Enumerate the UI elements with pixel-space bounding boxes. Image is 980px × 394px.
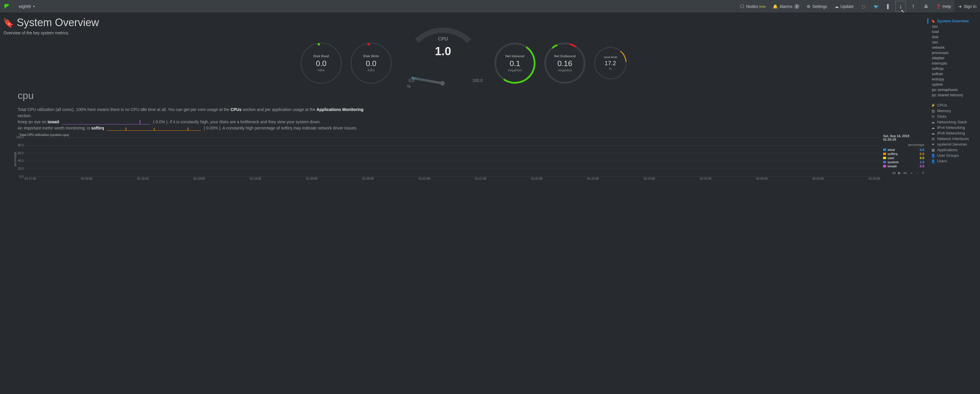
sidebar-sub-network[interactable]: network (931, 45, 977, 50)
sidebar-item-applications[interactable]: ▦Applications (931, 147, 977, 153)
chart-xtick: 01:20:30 (362, 177, 374, 181)
sidebar-item-ipv6-networking[interactable]: ☁IPv6 Networking (931, 130, 977, 136)
sidebar-sub-ram[interactable]: ram (931, 40, 977, 45)
hostname-dropdown[interactable]: eight9 ▾ (14, 4, 39, 9)
sidebar-item-label: systemd Services (937, 142, 967, 146)
sidebar-item-network-interfaces[interactable]: 𝍐Network Interfaces (931, 136, 977, 141)
user-icon: 👤 (931, 159, 935, 163)
legend-row-steal[interactable]: steal0.0 (883, 148, 924, 152)
nav-print[interactable]: 🖶 (920, 0, 932, 13)
gauge-used-ram[interactable]: Used RAM 17.2 % (594, 47, 627, 79)
chart-zoom-in-icon[interactable]: ＋ (910, 171, 913, 176)
nav-facebook[interactable]: ▌ (883, 0, 894, 13)
sidebar-item-system-overview[interactable]: 🔖 System Overview (928, 18, 977, 24)
desc-softirq-value: 0.00% (206, 126, 218, 130)
chart-xtick: 01:25:00 (869, 177, 880, 181)
nav-settings[interactable]: ⚙ Settings (803, 0, 831, 13)
chart-xtick: 01:17:30 (25, 177, 36, 181)
legend-row-system[interactable]: system1.0 (883, 160, 924, 164)
sidebar-item-cpus[interactable]: ⚡CPUs (931, 102, 977, 108)
gauge-dot (318, 43, 320, 46)
nav-upload[interactable]: ⭱ (907, 0, 920, 13)
sidebar-sub-ipc-semaphores[interactable]: ipc semaphores (931, 87, 977, 92)
desc-text: An important metric worth monitoring, is (18, 126, 91, 130)
chart-xtick: 01:21:00 (418, 177, 430, 181)
main-content: 🔖 System Overview Overview of the key sy… (0, 13, 927, 394)
sidebar-item-label: Disks (937, 114, 947, 119)
sidebar-item-ipv4-networking[interactable]: ☁IPv4 Networking (931, 125, 977, 130)
sidebar-item-users[interactable]: 👤Users (931, 158, 977, 164)
chart-zoom-out-icon[interactable]: － (916, 171, 920, 176)
sidebar-item-label: Applications (937, 148, 958, 152)
nav-github[interactable]: ◌ (857, 0, 869, 13)
legend-series-value: 1.0 (920, 160, 924, 164)
sidebar-item-systemd-services[interactable]: ♥systemd Services (931, 141, 977, 147)
nav-twitter[interactable]: 🐦 (869, 0, 883, 13)
th-icon: ▦ (931, 148, 935, 152)
chart-forward-icon[interactable]: ⏭ (904, 171, 907, 176)
chart-xtick: 01:23:30 (700, 177, 711, 181)
chart-xtick: 01:18:30 (137, 177, 148, 181)
chart-xtick: 01:24:00 (756, 177, 768, 181)
sidebar-sub-cpu[interactable]: cpu (931, 24, 977, 29)
sidebar-sub-uptime[interactable]: uptime (931, 82, 977, 87)
logo[interactable] (0, 0, 14, 13)
sidebar-sub-entropy[interactable]: entropy (931, 76, 977, 82)
legend-series-value: 0.0 (920, 156, 924, 160)
nav-help[interactable]: ❓ Help (932, 0, 955, 13)
gear-icon: ⚙ (807, 4, 811, 9)
cpu-scale-min: 0.0 (409, 78, 414, 83)
sidebar-sub-interrupts[interactable]: interrupts (931, 61, 977, 66)
sidebar-sub-softirqs[interactable]: softirqs (931, 66, 977, 71)
gauge-disk-write[interactable]: Disk Write 0.0 KiB/s (350, 43, 391, 84)
gauge-disk-read[interactable]: Disk Read 0.0 KiB/s (301, 43, 342, 84)
sidebar-item-label: System Overview (937, 19, 969, 23)
chart-rewind-icon[interactable]: ⏮ (892, 171, 896, 176)
nav-alarms-label: Alarms (780, 4, 792, 9)
sidebar-sub-load[interactable]: load (931, 29, 977, 34)
chart-play-icon[interactable]: ▶ (898, 171, 901, 176)
monitor-icon: 🖵 (740, 4, 744, 9)
user-icon: 👤 (931, 154, 935, 158)
sidebar-item-memory[interactable]: ▤Memory (931, 108, 977, 114)
sidebar-sub-processes[interactable]: processes (931, 50, 977, 56)
gauge-dot (368, 43, 370, 46)
legend-swatch (883, 153, 886, 155)
legend-header: percentage (883, 143, 924, 146)
legend-row-user[interactable]: user0.0 (883, 156, 924, 160)
chart-ytick: 100.0 (15, 136, 24, 139)
desc-text: Total CPU utilization (all cores). 100% … (18, 107, 231, 112)
gauge-net-outbound[interactable]: Net Outbound 0.16 megabits/s (544, 43, 585, 84)
nav-signin[interactable]: ➜ Sign In (955, 0, 980, 13)
sidebar-item-user-groups[interactable]: 👤User Groups (931, 153, 977, 158)
sidebar-sub-disk[interactable]: disk (931, 34, 977, 40)
chart-xtick: 01:22:30 (587, 177, 599, 181)
link-cpus[interactable]: CPUs (231, 107, 241, 112)
cpu-chart[interactable]: Total CPU utilization (system.cpu) perce… (4, 133, 880, 181)
sidebar-sub-ipc-shared-memory[interactable]: ipc shared memory (931, 92, 977, 98)
top-navbar: eight9 ▾ 🖵 Nodes beta 🔔 Alarms 2 ⚙ Setti… (0, 0, 980, 13)
nav-alarms[interactable]: 🔔 Alarms 2 (769, 0, 803, 13)
sidebar-sub-idlejitter[interactable]: idlejitter (931, 56, 977, 61)
legend-row-softirq[interactable]: softirq0.0 (883, 152, 924, 156)
nav-download[interactable]: ⭳ ↖ (894, 0, 907, 13)
sidebar-sub-softnet[interactable]: softnet (931, 71, 977, 76)
chart-xtick: 01:21:30 (475, 177, 486, 181)
legend-row-iowait[interactable]: iowait0.0 (883, 164, 924, 168)
gauge-cpu[interactable]: CPU 1.0 0.0 100.0 % (401, 37, 485, 86)
chart-resize-icon[interactable]: ≡ (922, 171, 924, 176)
nav-update[interactable]: ☁ Update (831, 0, 857, 13)
chart-xtick: 01:22:00 (531, 177, 542, 181)
nav-nodes[interactable]: 🖵 Nodes beta (736, 0, 769, 13)
legend-series-name: iowait (888, 164, 897, 168)
chart-plot-area[interactable] (25, 137, 880, 176)
sidebar-item-networking-stack[interactable]: ☁Networking Stack (931, 119, 977, 125)
bookmark-icon: 🔖 (931, 19, 935, 23)
link-apps-monitoring[interactable]: Applications Monitoring (317, 107, 363, 112)
chart-xtick: 01:20:00 (306, 177, 317, 181)
page-title: System Overview (17, 16, 99, 29)
gauge-net-inbound[interactable]: Net Inbound 0.1 megabits/s (495, 43, 536, 84)
legend-swatch (883, 149, 886, 151)
sidebar-item-disks[interactable]: ⛁Disks (931, 114, 977, 119)
legend-series-value: 0.0 (920, 148, 924, 151)
